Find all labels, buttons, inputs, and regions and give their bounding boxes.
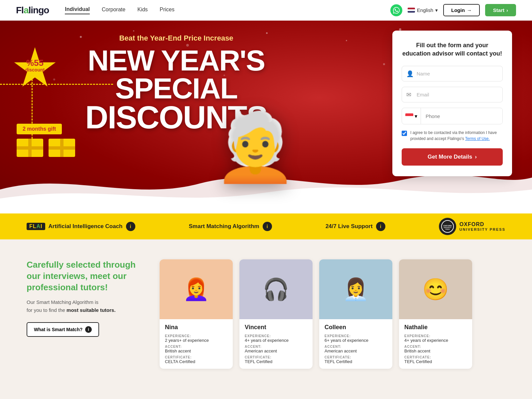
- tutor-photo-nina: 👩‍🦰: [160, 259, 233, 319]
- start-button[interactable]: Start ›: [485, 4, 516, 16]
- chevron-down-icon: ▾: [435, 7, 438, 13]
- person-illustration: 🧑‍🦳: [214, 114, 297, 180]
- svg-text:OXFORD: OXFORD: [443, 225, 452, 227]
- smart-matching-info-icon[interactable]: i: [263, 222, 272, 231]
- navbar: Flalingo Individual Corporate Kids Price…: [0, 0, 532, 21]
- sg-flag: [405, 113, 413, 119]
- phone-flag-selector[interactable]: ▾: [402, 108, 421, 124]
- language-selector[interactable]: English ▾: [408, 7, 438, 13]
- smart-match-button[interactable]: What is Smart Match? i: [27, 322, 99, 337]
- contact-form-card: Fill out the form and your education adv…: [392, 31, 512, 176]
- tutors-heading: Carefully selected through our interview…: [27, 259, 140, 293]
- tutor-card-vincent: 🎧 Vincent EXPERIENCE: 4+ years of experi…: [239, 259, 313, 369]
- tutor-card-nathalie: 😊 Nathalie EXPERIENCE: 4+ years of exper…: [399, 259, 472, 369]
- snow-particle: [383, 63, 385, 65]
- feature-smart-matching: Smart Matching Algorithm i: [189, 222, 272, 231]
- login-icon: →: [467, 7, 472, 13]
- whatsapp-icon[interactable]: [390, 4, 402, 16]
- tutor-photo-vincent: 🎧: [239, 259, 313, 319]
- tutor-card-nina: 👩‍🦰 Nina EXPERIENCE: 2 years+ of experie…: [160, 259, 233, 369]
- name-field-wrap: 👤: [402, 66, 503, 81]
- gift-boxes: [17, 139, 75, 157]
- tutor-photo-colleen: 👩‍💼: [319, 259, 392, 319]
- email-input[interactable]: [402, 87, 503, 102]
- snow-particle: [346, 40, 347, 41]
- snow-particle: [133, 30, 134, 32]
- discount-text: %55 discount: [25, 59, 45, 72]
- phone-field-wrap: ▾: [402, 108, 503, 124]
- hero-person: 🧑‍🦳: [214, 114, 297, 180]
- tutors-description-text: Our Smart Matching Algorithm isfor you t…: [27, 298, 140, 314]
- nav-links: Individual Corporate Kids Prices: [65, 6, 174, 14]
- language-label: English: [417, 7, 433, 13]
- email-field-wrap: ✉: [402, 87, 503, 102]
- arrow-icon: ›: [506, 7, 508, 13]
- consent-text: I agree to be contacted via the informat…: [410, 130, 503, 142]
- person-icon: 👤: [406, 70, 414, 77]
- nav-individual[interactable]: Individual: [65, 6, 90, 14]
- flag-dropdown-icon: ▾: [415, 113, 417, 119]
- ai-coach-label: Artificial Intelligence Coach: [49, 223, 123, 230]
- svg-text:PRESS: PRESS: [445, 228, 450, 230]
- flai-badge: FLAI: [27, 223, 45, 230]
- smart-match-info-icon: i: [85, 326, 92, 333]
- login-button[interactable]: Login →: [443, 4, 480, 16]
- live-support-label: 24/7 Live Support: [326, 223, 373, 230]
- email-icon: ✉: [406, 91, 411, 98]
- tutor-info-nina: Nina EXPERIENCE: 2 years+ of experience …: [160, 319, 233, 369]
- phone-input[interactable]: [421, 109, 502, 124]
- gift-box-2: [49, 139, 75, 157]
- smart-matching-label: Smart Matching Algorithm: [189, 223, 259, 230]
- nav-kids[interactable]: Kids: [137, 7, 148, 14]
- arrow-icon: ›: [475, 154, 477, 160]
- get-more-details-button[interactable]: Get More Details ›: [402, 148, 503, 166]
- oxford-emblem: OXFORD UNIVERSITY PRESS: [439, 218, 456, 235]
- hero-section: %55 discount 2 months gift Beat the Year…: [0, 21, 532, 213]
- consent-row: I agree to be contacted via the informat…: [402, 130, 503, 142]
- us-flag: [408, 8, 415, 13]
- oxford-logo: OXFORD UNIVERSITY PRESS OXFORD UNIVERSIT…: [439, 218, 505, 235]
- name-input[interactable]: [402, 66, 503, 81]
- tutors-grid: 👩‍🦰 Nina EXPERIENCE: 2 years+ of experie…: [160, 259, 505, 369]
- tutor-info-colleen: Colleen EXPERIENCE: 6+ years of experien…: [319, 319, 392, 369]
- tutor-card-colleen: 👩‍💼 Colleen EXPERIENCE: 6+ years of expe…: [319, 259, 392, 369]
- gift-box-1: [17, 139, 43, 157]
- nav-right: English ▾ Login → Start ›: [390, 4, 516, 16]
- feature-ai-coach: FLAI Artificial Intelligence Coach i: [27, 222, 135, 231]
- tutor-info-nathalie: Nathalie EXPERIENCE: 4+ years of experie…: [399, 319, 472, 369]
- discount-badge: %55 discount: [13, 47, 57, 90]
- hero-subtitle: Beat the Year-End Price Increase: [73, 34, 279, 43]
- features-bar: FLAI Artificial Intelligence Coach i Sma…: [0, 213, 532, 239]
- tutor-photo-nathalie: 😊: [399, 259, 472, 319]
- live-support-info-icon[interactable]: i: [376, 222, 385, 231]
- terms-link[interactable]: Terms of Use.: [465, 136, 490, 141]
- tutors-section: Carefully selected through our interview…: [0, 239, 532, 389]
- gift-label: 2 months gift: [17, 124, 62, 134]
- oxford-text: OXFORD UNIVERSITY PRESS: [460, 221, 505, 232]
- tutors-description: Carefully selected through our interview…: [27, 259, 140, 337]
- form-title: Fill out the form and your education adv…: [402, 41, 503, 58]
- nav-prices[interactable]: Prices: [160, 7, 174, 14]
- nav-corporate[interactable]: Corporate: [102, 7, 125, 14]
- feature-live-support: 24/7 Live Support i: [326, 222, 385, 231]
- logo[interactable]: Flalingo: [16, 5, 49, 16]
- tutor-info-vincent: Vincent EXPERIENCE: 4+ years of experien…: [239, 319, 313, 369]
- consent-checkbox[interactable]: [402, 131, 407, 136]
- ai-coach-info-icon[interactable]: i: [126, 222, 135, 231]
